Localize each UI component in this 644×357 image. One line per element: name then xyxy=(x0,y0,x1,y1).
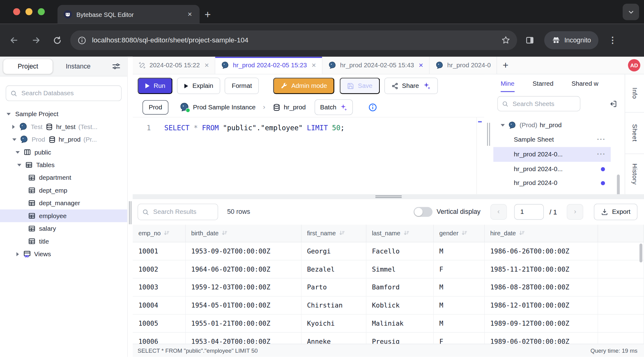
scrollbar-thumb[interactable] xyxy=(617,175,620,194)
caret-down-icon[interactable] xyxy=(16,151,20,153)
format-button[interactable]: Format xyxy=(225,78,259,94)
table-cell[interactable]: Preusig xyxy=(366,332,433,343)
collapse-panel-icon[interactable] xyxy=(609,100,617,108)
caret-down-icon[interactable] xyxy=(501,124,505,127)
table-cell[interactable]: 1989-06-02T00:00:00Z xyxy=(484,332,598,343)
table-cell[interactable]: Chirstian xyxy=(301,296,366,314)
site-info-icon[interactable] xyxy=(78,36,86,45)
database-name[interactable]: hr_prod xyxy=(284,104,306,111)
editor-tab-3[interactable]: hr_prod 2024-02-05 15:43 ✕ xyxy=(322,57,430,74)
browser-menu-icon[interactable]: ⋮ xyxy=(608,35,617,45)
tree-item-schema-public[interactable]: public xyxy=(0,146,127,159)
table-cell[interactable]: 10006 xyxy=(133,332,185,343)
tree-item-tables-group[interactable]: Tables xyxy=(0,159,127,171)
table-cell[interactable]: 10002 xyxy=(133,260,185,278)
next-page-button[interactable]: › xyxy=(567,204,583,220)
table-cell[interactable]: F xyxy=(433,332,484,343)
bookmark-star-icon[interactable] xyxy=(501,35,511,45)
save-button[interactable]: Save xyxy=(340,78,380,94)
sql-code-area[interactable]: 1 SELECT*FROM"public"."employee"LIMIT50; xyxy=(133,117,484,194)
tree-item-table-dept-emp[interactable]: dept_emp xyxy=(0,184,127,197)
tree-item-table-department[interactable]: department xyxy=(0,171,127,184)
sort-icon[interactable] xyxy=(403,230,409,236)
table-cell[interactable]: Simmel xyxy=(366,260,433,278)
table-cell[interactable]: 10001 xyxy=(133,242,185,260)
tree-item-table-title[interactable]: title xyxy=(0,235,127,248)
table-cell[interactable]: M xyxy=(433,242,484,260)
table-cell[interactable]: 1985-11-21T00:00:00Z xyxy=(484,260,598,278)
close-icon[interactable]: ✕ xyxy=(312,62,316,69)
column-header-last-name[interactable]: last_name xyxy=(366,225,433,242)
sql-statement[interactable]: SELECT*FROM"public"."employee"LIMIT50; xyxy=(164,124,345,132)
column-header-gender[interactable]: gender xyxy=(433,225,484,242)
table-cell[interactable]: 1953-04-20T00:00:00Z xyxy=(185,332,301,343)
sort-icon[interactable] xyxy=(222,230,228,236)
table-cell[interactable]: 1986-08-28T00:00:00Z xyxy=(484,278,598,296)
browser-tab[interactable]: Bytebase SQL Editor ✕ xyxy=(57,5,200,24)
prev-page-button[interactable]: ‹ xyxy=(490,204,507,220)
run-button[interactable]: Run xyxy=(138,78,173,94)
tree-item-table-employee[interactable]: employee xyxy=(0,210,127,222)
table-cell[interactable]: 1986-12-01T00:00:00Z xyxy=(484,296,598,314)
table-cell[interactable]: Anneke xyxy=(301,332,366,343)
user-avatar[interactable]: AD xyxy=(628,59,640,71)
tree-item-views-group[interactable]: Views xyxy=(0,248,127,260)
instance-name[interactable]: Prod Sample Instance xyxy=(193,104,256,111)
table-cell[interactable]: 10004 xyxy=(133,296,185,314)
database-search-input[interactable] xyxy=(21,89,117,97)
tab-project[interactable]: Project xyxy=(3,59,53,74)
table-cell[interactable]: 1955-01-21T00:00:00Z xyxy=(185,314,301,332)
table-cell[interactable]: Kyoichi xyxy=(301,314,366,332)
table-cell[interactable]: Maliniak xyxy=(366,314,433,332)
caret-right-icon[interactable] xyxy=(16,252,19,256)
more-menu-icon[interactable]: ··· xyxy=(597,150,606,159)
table-cell[interactable]: 1954-05-01T00:00:00Z xyxy=(185,296,301,314)
column-header-birth-date[interactable]: birth_date xyxy=(185,225,301,242)
explain-button[interactable]: Explain xyxy=(177,78,220,94)
more-menu-icon[interactable]: ··· xyxy=(597,135,606,144)
table-cell[interactable]: Koblick xyxy=(366,296,433,314)
sheet-item-selected[interactable]: hr_prod 2024-0... ··· xyxy=(493,147,611,162)
table-cell[interactable]: M xyxy=(433,278,484,296)
table-cell[interactable]: 1986-06-26T00:00:00Z xyxy=(484,242,598,260)
table-cell[interactable]: 1959-12-03T00:00:00Z xyxy=(185,278,301,296)
tree-item-table-salary[interactable]: salary xyxy=(0,222,127,235)
close-icon[interactable]: ✕ xyxy=(204,62,209,69)
scrollbar-thumb[interactable] xyxy=(639,244,642,262)
export-button[interactable]: Export xyxy=(594,204,637,220)
table-cell[interactable]: M xyxy=(433,314,484,332)
table-cell[interactable]: Bezalel xyxy=(301,260,366,278)
sheet-item[interactable]: Sample Sheet ··· xyxy=(493,132,611,147)
column-header-hire-date[interactable]: hire_date xyxy=(484,225,598,242)
caret-down-icon[interactable] xyxy=(12,138,16,141)
admin-mode-button[interactable]: Admin mode xyxy=(273,78,334,94)
share-button[interactable]: Share xyxy=(384,78,438,94)
table-cell[interactable]: 1953-09-02T00:00:00Z xyxy=(185,242,301,260)
sort-icon[interactable] xyxy=(339,230,345,236)
table-cell[interactable]: 10005 xyxy=(133,314,185,332)
table-cell[interactable]: F xyxy=(433,260,484,278)
table-cell[interactable]: Bamford xyxy=(366,278,433,296)
info-circle-icon[interactable] xyxy=(368,103,377,112)
table-cell[interactable]: Parto xyxy=(301,278,366,296)
back-icon[interactable] xyxy=(9,35,19,45)
vertical-display-toggle[interactable] xyxy=(414,207,432,217)
new-sheet-button[interactable]: + xyxy=(497,57,514,74)
sheets-group-row[interactable]: (Prod) hr_prod xyxy=(493,118,625,132)
env-chip[interactable]: Prod xyxy=(143,100,168,114)
new-tab-button[interactable]: + xyxy=(205,5,211,23)
sheets-search[interactable] xyxy=(497,96,580,111)
editor-tab-2[interactable]: hr_prod 2024-02-05 15:23 ✕ xyxy=(215,57,323,74)
table-cell[interactable]: 10003 xyxy=(133,278,185,296)
tab-shared[interactable]: Shared w xyxy=(571,80,599,92)
filter-sliders-icon[interactable] xyxy=(112,62,121,71)
table-cell[interactable]: Georgi xyxy=(301,242,366,260)
forward-icon[interactable] xyxy=(31,35,41,45)
close-icon[interactable]: ✕ xyxy=(418,62,423,69)
table-cell[interactable]: M xyxy=(433,296,484,314)
sheet-item[interactable]: hr_prod 2024-0 xyxy=(493,177,611,191)
zoom-window-button[interactable] xyxy=(38,8,45,15)
sort-icon[interactable] xyxy=(461,230,467,236)
database-search[interactable] xyxy=(6,85,122,101)
tree-item-table-dept-manager[interactable]: dept_manager xyxy=(0,197,127,209)
